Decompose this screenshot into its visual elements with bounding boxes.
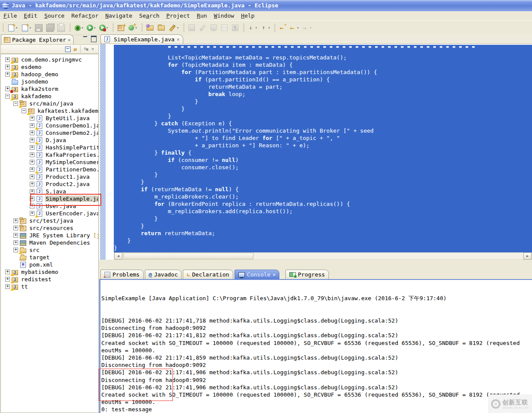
new-java-class-button[interactable]: ▾ — [127, 22, 138, 34]
run-config-button[interactable]: ▾ — [98, 22, 110, 34]
tree-item-consumerdemo1-java[interactable]: +JConsumerDemo1.java — [1, 122, 98, 129]
expand-icon[interactable]: + — [30, 174, 34, 179]
tree-item-src-resources[interactable]: +src/resources — [1, 224, 98, 232]
open-plugin-folder-button[interactable] — [145, 22, 155, 34]
chevron-down-icon[interactable]: ▾ — [94, 26, 96, 30]
expand-icon[interactable]: + — [5, 57, 10, 62]
tab-problems[interactable]: Problems — [100, 270, 144, 279]
tree-item-hadoop-demo[interactable]: +hadoop_demo — [1, 71, 98, 78]
expand-icon[interactable]: + — [5, 65, 10, 69]
save-button[interactable] — [34, 22, 44, 34]
expand-icon[interactable]: + — [30, 196, 34, 201]
tree-item-consumerdemo2-java[interactable]: +JConsumerDemo2.java — [1, 129, 98, 137]
expand-icon[interactable]: + — [5, 270, 10, 274]
annotation-ruler[interactable] — [100, 44, 106, 260]
menu-edit[interactable]: Edit — [20, 11, 41, 20]
chevron-down-icon[interactable]: ▾ — [16, 26, 18, 30]
show-whitespace-button[interactable] — [230, 22, 240, 34]
menu-run[interactable]: Run — [194, 11, 210, 20]
tab-console[interactable]: Console✕ — [235, 270, 279, 279]
chevron-down-icon[interactable]: ▾ — [255, 26, 257, 30]
chevron-down-icon[interactable]: ▾ — [29, 26, 31, 30]
tree-item-redistest[interactable]: +redistest — [1, 276, 98, 283]
expand-icon[interactable]: + — [30, 152, 34, 157]
expand-icon[interactable]: + — [30, 123, 34, 128]
source-doc-button[interactable] — [219, 22, 229, 34]
scroll-right-button[interactable]: ▶ — [523, 252, 532, 260]
expand-icon[interactable]: + — [30, 211, 34, 216]
tree-item-mybatisdemo[interactable]: +mybatisdemo — [1, 268, 98, 276]
editor-tab-simpleexample[interactable]: J SimpleExample.java ✕ — [100, 34, 183, 43]
tree-item-jre-system-library[interactable]: +JRE System Library[jdk1.7 — [1, 232, 98, 239]
chevron-down-icon[interactable]: ▾ — [177, 26, 179, 30]
menu-window[interactable]: Window — [210, 11, 238, 20]
last-edit-location-button[interactable] — [278, 22, 287, 34]
tree-item-product1-java[interactable]: +JProduct1.java — [1, 173, 98, 180]
expand-icon[interactable]: + — [30, 167, 34, 172]
tree-item-src[interactable]: +src — [1, 246, 98, 254]
expand-icon[interactable]: + — [5, 277, 10, 282]
focus-button[interactable] — [84, 47, 89, 51]
tree-item-tt[interactable]: +tt — [1, 283, 98, 290]
tree-item-user-java[interactable]: +JUser.java — [1, 202, 98, 210]
expand-icon[interactable]: + — [13, 226, 18, 230]
expand-icon[interactable]: + — [30, 116, 34, 121]
scroll-left-button[interactable]: ◀ — [114, 252, 122, 260]
collapse-icon[interactable]: − — [22, 109, 26, 113]
back-button[interactable]: ▾ — [288, 22, 300, 34]
menu-search[interactable]: Search — [136, 11, 163, 20]
close-icon[interactable]: ✕ — [272, 272, 275, 277]
spray-tool-button[interactable] — [187, 22, 197, 34]
console-view[interactable]: SimpleExample [Java Application] C:\Prog… — [99, 280, 532, 413]
run-button[interactable]: ▾ — [85, 22, 97, 34]
tree-item-partitionerdemo-java[interactable]: +JPartitionerDemo.java — [1, 166, 98, 173]
menu-source[interactable]: Source — [41, 11, 68, 20]
close-icon[interactable]: ✕ — [177, 37, 180, 42]
forward-button[interactable]: ▾ — [301, 22, 313, 34]
tree-item-target[interactable]: target — [1, 254, 98, 261]
collapse-icon[interactable]: − — [13, 101, 18, 106]
menu-refactor[interactable]: Refactor — [68, 11, 102, 20]
new-java-project-button[interactable] — [116, 22, 126, 34]
menu-navigate[interactable]: Navigate — [102, 11, 136, 20]
expand-icon[interactable]: + — [13, 248, 18, 252]
tree-item-mysimpleconsumer-jav[interactable]: +JMySimpleConsumer.jav — [1, 158, 98, 166]
tree-item-com-demo-springmvc[interactable]: +com.demo.springmvc — [1, 56, 98, 63]
print-button[interactable] — [56, 22, 66, 34]
collapse-icon[interactable]: − — [5, 94, 10, 99]
expand-icon[interactable]: + — [30, 138, 34, 143]
chevron-down-icon[interactable]: ▾ — [81, 26, 84, 30]
close-icon[interactable]: ✕ — [68, 37, 71, 43]
expand-icon[interactable]: + — [5, 284, 10, 289]
tree-item-src-test-java[interactable]: +src/test/java — [1, 217, 98, 224]
save-all-button[interactable] — [45, 22, 55, 34]
pencil-tool-button[interactable] — [197, 22, 208, 34]
expand-icon[interactable]: + — [13, 233, 18, 238]
code-editor[interactable]: List<TopicMetadata> metaData = resp.topi… — [114, 45, 532, 252]
tree-item-userencoder-java[interactable]: +JUserEncoder.java — [1, 210, 98, 217]
tree-item-s-java[interactable]: +JS.java — [1, 188, 98, 195]
tree-item-jsondemo[interactable]: jsondemo — [1, 78, 98, 85]
tree-item-simpleexample-java[interactable]: +JSimpleExample.java — [1, 195, 98, 202]
tree-item-hashsimplepartitione[interactable]: +JHashSimplePartitione — [1, 144, 98, 151]
previous-annotation-button[interactable]: ▾ — [260, 22, 272, 34]
minimize-view-button[interactable] — [83, 36, 88, 40]
expand-icon[interactable]: + — [30, 182, 34, 186]
open-folder-button[interactable] — [156, 22, 166, 34]
new-button[interactable]: ▾ — [6, 22, 19, 34]
next-annotation-button[interactable]: ▾ — [247, 22, 259, 34]
tab-javadoc[interactable]: @Javadoc — [145, 270, 182, 279]
ink-tool-button[interactable] — [209, 22, 219, 34]
view-menu-button[interactable]: ▽ — [92, 47, 94, 51]
link-with-editor-button[interactable]: ⇄ — [74, 46, 77, 53]
expand-icon[interactable]: + — [30, 130, 34, 135]
mark-tool-button[interactable]: ▾ — [167, 22, 180, 34]
tree-item-kafkaproperties-java[interactable]: +JKafkaProperties.java — [1, 151, 98, 158]
expand-icon[interactable]: + — [5, 72, 10, 77]
maximize-view-button[interactable] — [91, 36, 97, 42]
expand-icon[interactable]: + — [30, 160, 34, 165]
expand-icon[interactable]: + — [30, 145, 34, 150]
tree-item-esdemo[interactable]: +esdemo — [1, 63, 98, 71]
tree-item-kafka2storm[interactable]: +kafka2storm — [1, 85, 98, 93]
chevron-down-icon[interactable]: ▾ — [310, 26, 312, 30]
